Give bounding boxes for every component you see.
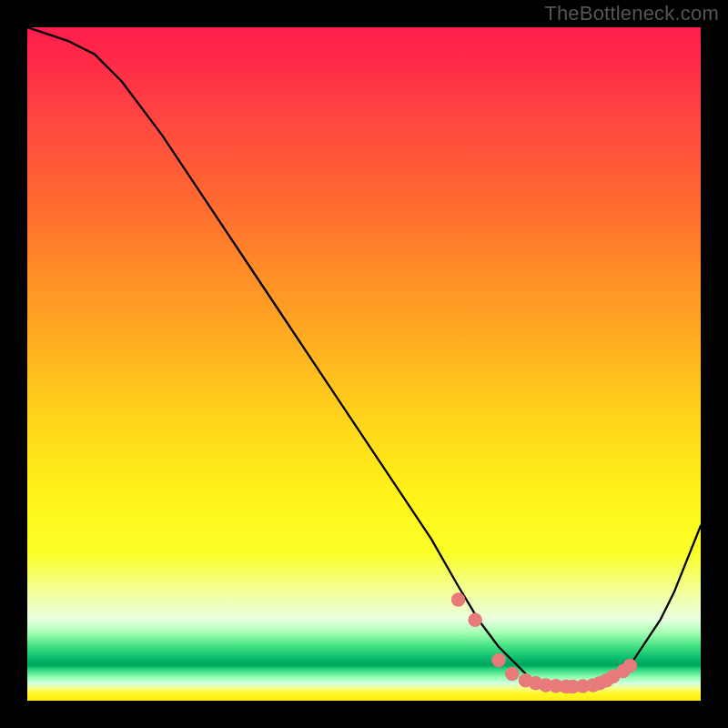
marker-point bbox=[451, 592, 466, 607]
marker-point bbox=[468, 612, 482, 627]
bottleneck-curve bbox=[27, 27, 701, 687]
marker-point bbox=[505, 667, 520, 682]
markers-group bbox=[451, 592, 637, 693]
plot-area bbox=[27, 27, 701, 701]
chart-frame: TheBottleneck.com bbox=[0, 0, 728, 728]
marker-point bbox=[491, 653, 506, 668]
chart-svg bbox=[27, 27, 701, 701]
marker-point bbox=[623, 659, 638, 673]
watermark-label: TheBottleneck.com bbox=[544, 2, 719, 25]
